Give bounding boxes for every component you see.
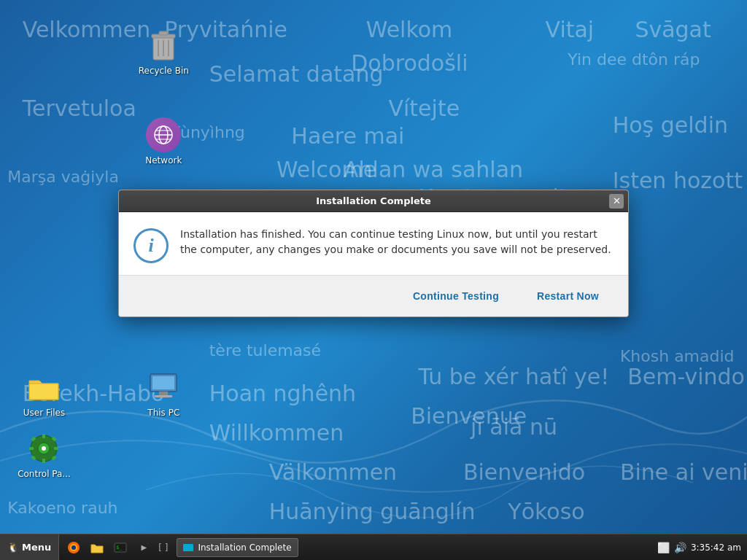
terminal-launcher[interactable]: $_ xyxy=(109,537,131,559)
continue-testing-button[interactable]: Continue Testing xyxy=(398,284,514,308)
taskbar-systray: ⬜ 🔊 3:35:42 am xyxy=(651,534,747,560)
taskbar-menu-button[interactable]: 🐧 Menu xyxy=(0,534,59,560)
firefox-launcher[interactable] xyxy=(63,537,85,559)
info-i-symbol: i xyxy=(148,235,153,257)
window-indicator xyxy=(183,544,193,551)
restart-now-button[interactable]: Restart Now xyxy=(522,284,614,308)
taskbar: 🐧 Menu $_ ▶ [ ] In xyxy=(0,534,747,560)
menu-icon: 🐧 xyxy=(7,542,19,553)
info-icon: i xyxy=(133,228,169,263)
dialog-buttons: Continue Testing Restart Now xyxy=(119,275,628,316)
file-manager-launcher[interactable] xyxy=(86,537,108,559)
dialog-title: Installation Complete xyxy=(316,195,431,206)
dialog-close-button[interactable]: ✕ xyxy=(609,194,624,209)
svg-point-28 xyxy=(71,545,76,550)
menu-label: Menu xyxy=(22,542,51,553)
dialog-body: i Installation has finished. You can con… xyxy=(119,212,628,275)
display-icon[interactable]: ⬜ xyxy=(657,542,670,553)
system-clock: 3:35:42 am xyxy=(691,542,741,553)
dialog-message: Installation has finished. You can conti… xyxy=(180,227,614,257)
arrow-launcher[interactable]: ▶ xyxy=(133,537,155,559)
svg-text:$_: $_ xyxy=(116,545,123,551)
taskbar-windows: Installation Complete xyxy=(174,534,651,560)
desktop: Velkommen Pryvitańnie Welkom Vitaj Svāga… xyxy=(0,0,747,560)
installation-complete-dialog: Installation Complete ✕ i Installation h… xyxy=(118,190,629,317)
taskbar-window-title: Installation Complete xyxy=(198,542,291,553)
bracket-label: [ ] xyxy=(155,542,171,553)
taskbar-launchers: $_ ▶ [ ] xyxy=(59,534,174,560)
volume-icon[interactable]: 🔊 xyxy=(674,542,686,553)
dialog-titlebar: Installation Complete ✕ xyxy=(119,190,628,212)
taskbar-window-installation[interactable]: Installation Complete xyxy=(177,538,298,557)
